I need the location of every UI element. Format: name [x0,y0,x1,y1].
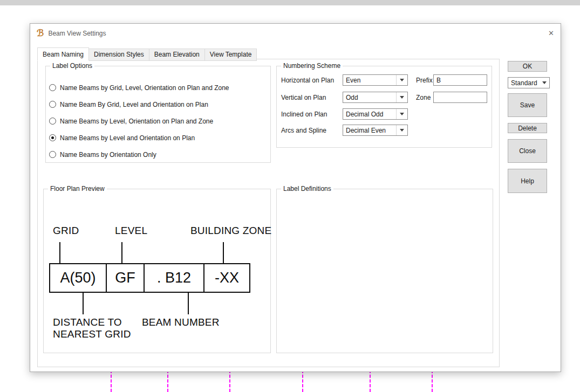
close-button[interactable]: Close [508,139,547,163]
radio-option-grid-level-orientation-zone[interactable]: Name Beams by Grid, Level, Orientation o… [49,79,268,96]
level-label: LEVEL [115,225,147,237]
connector-line [83,293,84,314]
radio-option-level-orientation[interactable]: Name Beams by Level and Orientation on P… [49,129,268,146]
radio-label: Name Beams by Orientation Only [60,151,156,159]
arcs-and-spline-select[interactable]: Decimal Even [343,125,408,136]
beam-view-settings-dialog: ℬ Beam View Settings ✕ Beam Naming Dimen… [30,23,561,372]
grid-box: A(50) [49,263,107,293]
selected-value: Odd [346,94,358,101]
preset-select[interactable]: Standard [508,77,550,88]
radio-option-level-orientation-zone[interactable]: Name Beams by Level, Orientation on Plan… [49,113,268,129]
combo-divider [396,75,397,85]
chevron-down-icon [542,81,547,84]
cad-grid-line [370,370,371,392]
app-logo-icon: ℬ [37,29,44,38]
radio-icon [49,84,56,91]
cad-grid-line [432,370,433,392]
radio-label: Name Beam By Grid, Level and Orientation… [60,101,208,108]
delete-button[interactable]: Delete [508,123,547,133]
inclined-on-plan-label: Inclined on Plan [281,111,327,118]
top-window-strip [0,0,580,5]
cad-grid-line [167,370,168,392]
zone-input[interactable] [433,92,487,103]
building-zone-label: BUILDING ZONE [190,225,271,237]
radio-label: Name Beams by Level and Orientation on P… [60,134,195,142]
radio-label: Name Beams by Grid, Level, Orientation o… [60,84,229,92]
numbering-scheme-legend: Numbering Scheme [281,62,343,70]
cad-grid-line [229,370,230,392]
dialog-titlebar[interactable]: ℬ Beam View Settings ✕ [30,24,561,43]
close-icon[interactable]: ✕ [539,29,554,37]
beam-number-label: BEAM NUMBER [142,317,220,328]
preset-selected-value: Standard [511,79,537,87]
radio-icon-checked [49,134,56,141]
distance-to-nearest-grid-label: DISTANCE TO [53,317,122,328]
selected-value: Even [346,77,360,84]
chevron-down-icon [400,129,404,132]
prefix-input[interactable]: B [433,74,487,86]
chevron-down-icon [400,113,404,115]
cad-grid-line [302,370,303,392]
floor-plan-preview-group: Floor Plan Preview GRID LEVEL BUILDING Z… [43,189,271,353]
tab-view-template[interactable]: View Template [204,49,257,61]
horizontal-on-plan-label: Horizontal on Plan [281,77,334,84]
distance-to-nearest-grid-label-line2: NEAREST GRID [53,328,131,340]
radio-option-orientation-only[interactable]: Name Beams by Orientation Only [49,146,268,163]
connector-line [121,242,122,263]
vertical-on-plan-select[interactable]: Odd [343,92,408,103]
radio-label: Name Beams by Level, Orientation on Plan… [60,118,213,125]
radio-icon [49,118,56,125]
beam-label-example: A(50) GF . B12 -XX [49,263,250,293]
horizontal-on-plan-select[interactable]: Even [343,74,408,86]
grid-label: GRID [53,225,79,237]
combo-divider [396,109,397,119]
radio-icon [49,151,56,158]
prefix-label: Prefix [416,77,433,84]
connector-line [223,242,224,263]
connector-line [59,242,60,263]
vertical-on-plan-label: Vertical on Plan [281,94,326,101]
label-options-radio-list: Name Beams by Grid, Level, Orientation o… [49,79,268,163]
connector-line [188,293,189,314]
label-options-legend: Label Options [50,62,94,70]
label-definitions-group: Label Definitions [276,189,493,353]
label-options-group: Label Options Name Beams by Grid, Level,… [45,66,271,163]
beam-number-box: . B12 [144,263,204,293]
tab-beam-elevation[interactable]: Beam Elevation [149,49,205,61]
numbering-scheme-group: Numbering Scheme Horizontal on Plan Even… [276,66,492,148]
cad-grid-line [111,370,112,392]
radio-option-grid-level-orientation[interactable]: Name Beam By Grid, Level and Orientation… [49,96,268,113]
chevron-down-icon [400,96,404,99]
zone-box: -XX [203,263,250,293]
tab-strip: Beam Naming Dimension Styles Beam Elevat… [37,49,256,61]
combo-divider [396,92,397,102]
selected-value: Decimal Odd [346,111,383,118]
radio-icon [49,101,56,108]
arcs-and-spline-label: Arcs and Spline [281,127,326,134]
selected-value: Decimal Even [346,127,386,134]
tab-beam-naming[interactable]: Beam Naming [37,47,89,61]
inclined-on-plan-select[interactable]: Decimal Odd [343,108,408,120]
dialog-title: Beam View Settings [48,30,106,37]
tab-dimension-styles[interactable]: Dimension Styles [88,49,149,61]
label-definitions-legend: Label Definitions [281,185,333,192]
save-button[interactable]: Save [508,93,547,117]
help-button[interactable]: Help [508,169,547,193]
ok-button[interactable]: OK [508,61,547,72]
level-box: GF [106,263,145,293]
tab-panel-beam-naming: Label Options Name Beams by Grid, Level,… [37,59,500,367]
combo-divider [396,125,397,135]
zone-label: Zone [416,94,431,101]
chevron-down-icon [400,79,404,81]
floor-plan-preview-legend: Floor Plan Preview [48,185,107,192]
